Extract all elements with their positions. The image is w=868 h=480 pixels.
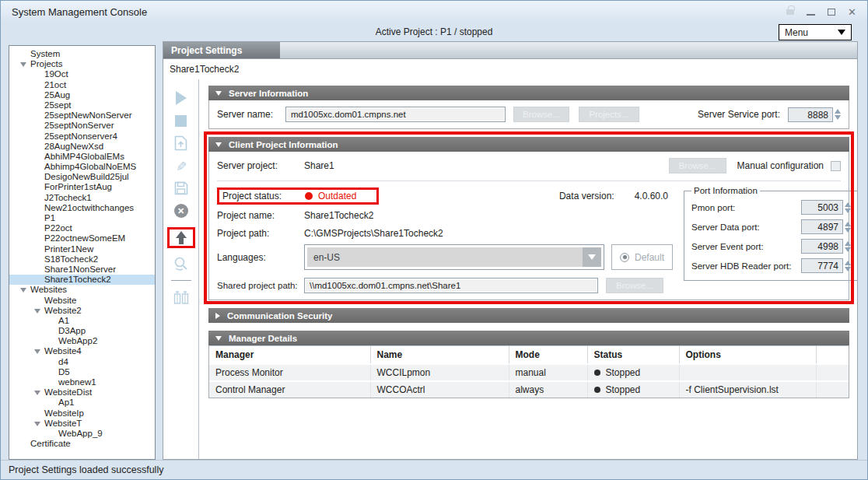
spin-down-icon[interactable] (845, 208, 851, 213)
spin-up-icon[interactable] (845, 222, 851, 226)
spin-up-icon[interactable] (845, 241, 851, 246)
save-icon[interactable] (174, 180, 188, 196)
tree-item-P22oct[interactable]: P22oct (9, 223, 155, 233)
browse-project-button[interactable]: Browse... (669, 158, 726, 173)
tree-item-J2Tocheck1[interactable]: J2Tocheck1 (9, 193, 155, 203)
projects-button[interactable]: Projects... (579, 107, 639, 122)
spin-down-icon[interactable] (835, 115, 841, 120)
table-row[interactable]: Process MonitorWCCILpmonmanualStopped (209, 364, 849, 381)
collapse-arrow-icon[interactable] (215, 91, 222, 96)
expand-arrow-icon[interactable] (20, 62, 26, 67)
shared-project-path-input[interactable]: \\md1005xc.dom01.cmpns.net\Share1 (304, 278, 598, 293)
tree-item-Certificate[interactable]: Certificate (9, 439, 155, 449)
tree-item-28AugNewXsd[interactable]: 28AugNewXsd (9, 142, 155, 152)
export-document-icon[interactable] (174, 135, 187, 151)
tree-item-S18Tocheck2[interactable]: S18Tocheck2 (9, 254, 155, 265)
port-input[interactable]: 4897 (801, 219, 843, 234)
port-input[interactable]: 5003 (801, 200, 843, 215)
tab-project-settings[interactable]: Project Settings (163, 42, 280, 58)
tree-item-Abhimp4GlobalNoEMS[interactable]: Abhimp4GlobalNoEMS (9, 162, 155, 172)
spin-up-icon[interactable] (845, 202, 851, 207)
tree-item-WebsiteIp[interactable]: WebsiteIp (9, 408, 155, 419)
upload-icon[interactable] (167, 227, 195, 248)
client-project-information-header[interactable]: Client Project Information (208, 137, 849, 152)
expand-arrow-icon[interactable] (34, 309, 40, 314)
tree-item-25septNonserver4[interactable]: 25septNonserver4 (9, 131, 155, 142)
tree-item-Share1Tocheck2[interactable]: Share1Tocheck2 (9, 275, 155, 285)
expand-arrow-icon[interactable] (20, 288, 26, 293)
browse-shared-path-button[interactable]: Browse... (606, 278, 663, 293)
compare-icon[interactable] (173, 289, 189, 305)
column-header[interactable]: Status (587, 346, 679, 364)
tree-item-P1[interactable]: P1 (9, 213, 155, 223)
start-icon[interactable] (176, 90, 187, 106)
column-header[interactable] (816, 346, 849, 364)
expand-arrow-icon[interactable] (34, 391, 40, 395)
tree-item-19Oct[interactable]: 19Oct (9, 69, 155, 79)
tree-item-WebApp_9[interactable]: WebApp_9 (9, 429, 155, 439)
tree-item-Printer1New[interactable]: Printer1New (9, 244, 155, 254)
languages-dropdown[interactable]: en-US (304, 244, 604, 270)
tree-item-New21octwithchanges[interactable]: New21octwithchanges (9, 203, 155, 213)
tree-item-Ap1[interactable]: Ap1 (9, 398, 155, 408)
expand-arrow-icon[interactable] (215, 313, 220, 319)
spin-down-icon[interactable] (845, 267, 851, 272)
tree-item-WebsiteT[interactable]: WebsiteT (9, 419, 155, 429)
column-header[interactable]: Mode (509, 346, 587, 364)
minimize-icon[interactable] (807, 14, 815, 16)
tree-item-WebApp2[interactable]: WebApp2 (9, 336, 155, 346)
tree-item-Website2[interactable]: Website2 (9, 306, 155, 316)
tree-item-D3App[interactable]: D3App (9, 326, 155, 336)
stop-icon[interactable] (175, 113, 187, 128)
service-port-input[interactable]: 8888 (788, 107, 833, 122)
server-name-input[interactable]: md1005xc.dom01.cmpns.net (285, 107, 506, 122)
column-header[interactable]: Manager (209, 346, 370, 364)
spin-up-icon[interactable] (845, 261, 851, 265)
column-header[interactable]: Options (679, 346, 816, 364)
tree-item-25septNewNonServer[interactable]: 25septNewNonServer (9, 110, 155, 121)
table-row[interactable]: Control ManagerWCCOActrlalwaysStopped-f … (209, 381, 849, 398)
tree-item-Website[interactable]: Website (9, 296, 155, 306)
tree-item-A1[interactable]: A1 (9, 316, 155, 326)
tree-item-D5[interactable]: D5 (9, 367, 155, 377)
default-radio[interactable] (620, 253, 629, 262)
tree-item-Websites[interactable]: Websites (9, 285, 155, 295)
expand-arrow-icon[interactable] (34, 422, 40, 426)
tree-item-21oct[interactable]: 21oct (9, 80, 155, 90)
tree-item-Projects[interactable]: Projects (9, 59, 155, 69)
tree-item-25septNonServer[interactable]: 25septNonServer (9, 121, 155, 131)
browse-server-button[interactable]: Browse... (513, 107, 569, 122)
collapse-arrow-icon[interactable] (215, 336, 222, 341)
tree-item-ForPrinter1stAug[interactable]: ForPrinter1stAug (9, 182, 155, 192)
tree-item-Website4[interactable]: Website4 (9, 346, 155, 356)
spin-down-icon[interactable] (845, 228, 851, 233)
menu-dropdown[interactable]: Menu (779, 24, 852, 40)
manager-details-header[interactable]: Manager Details (208, 331, 849, 345)
port-input[interactable]: 7774 (801, 258, 843, 273)
tree-item-P22octnewSomeEM[interactable]: P22octnewSomeEM (9, 233, 155, 244)
port-input[interactable]: 4998 (801, 239, 843, 254)
tree-item-webnew1[interactable]: webnew1 (9, 377, 155, 387)
cancel-icon[interactable]: ✕ (174, 203, 188, 219)
collapse-arrow-icon[interactable] (215, 142, 222, 147)
link-preview-icon[interactable] (173, 256, 189, 272)
tree-item-25sept[interactable]: 25sept (9, 100, 155, 110)
tree-item-WebsiteDist[interactable]: WebsiteDist (9, 387, 155, 398)
tree-item-AbhiMP4GlobalEMs[interactable]: AbhiMP4GlobalEMs (9, 152, 155, 162)
tree-item-System[interactable]: System (9, 49, 155, 59)
tree-item-d4[interactable]: d4 (9, 357, 155, 367)
dropdown-button[interactable] (583, 247, 601, 267)
maximize-icon[interactable] (828, 9, 835, 16)
server-information-header[interactable]: Server Information (208, 86, 849, 100)
edit-icon[interactable]: ✎ (175, 158, 186, 173)
tree-item-25Aug[interactable]: 25Aug (9, 90, 155, 100)
expand-arrow-icon[interactable] (34, 349, 40, 354)
manual-configuration-checkbox[interactable] (831, 161, 841, 171)
tree-item-Share1NonServer[interactable]: Share1NonServer (9, 265, 155, 275)
column-header[interactable]: Name (370, 346, 509, 364)
communication-security-header[interactable]: Communication Security (208, 308, 849, 323)
close-icon[interactable]: ✕ (848, 7, 856, 17)
tree-item-DesigoNewBuild25jul[interactable]: DesigoNewBuild25jul (9, 172, 155, 182)
spin-up-icon[interactable] (835, 109, 841, 114)
spin-down-icon[interactable] (845, 247, 851, 252)
